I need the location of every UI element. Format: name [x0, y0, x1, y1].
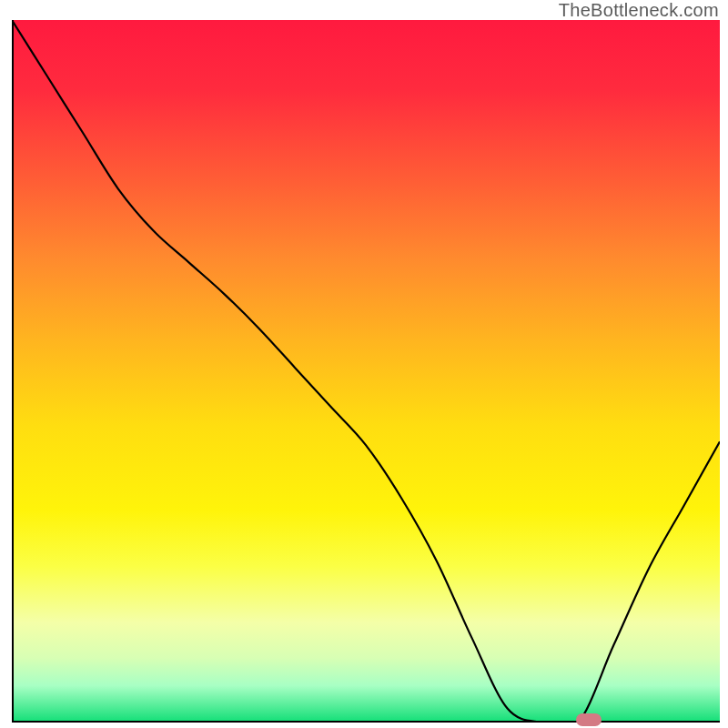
chart-container: TheBottleneck.com	[0, 0, 728, 728]
attribution-text: TheBottleneck.com	[559, 0, 719, 21]
optimal-point-marker	[576, 713, 602, 726]
gradient-plot-area	[12, 20, 720, 723]
